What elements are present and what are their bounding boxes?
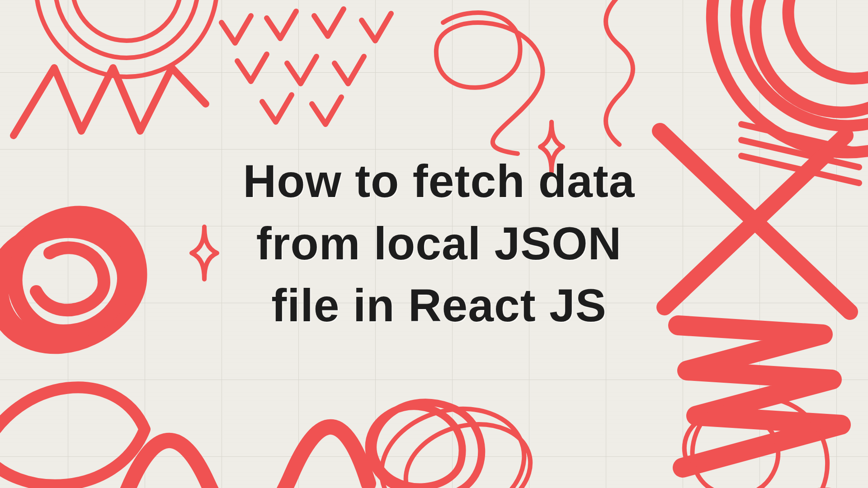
title-line-2: from local JSON [190, 213, 688, 275]
title-line-3: file in React JS [190, 275, 688, 338]
title-line-1: How to fetch data [190, 150, 688, 213]
page-title: How to fetch data from local JSON file i… [190, 150, 688, 337]
